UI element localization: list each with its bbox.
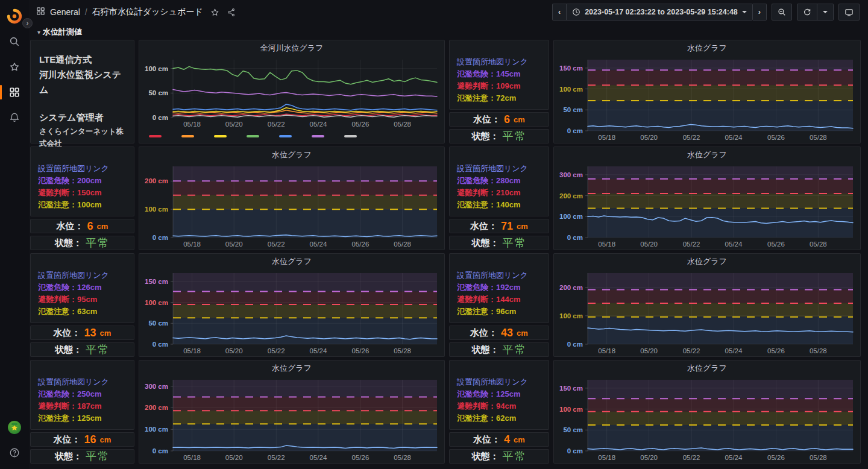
share-icon[interactable] xyxy=(227,8,236,17)
svg-text:100 cm: 100 cm xyxy=(145,426,168,433)
station-column: 設置箇所地図リンク氾濫危険：145cm避難判断：109cm氾濫注意：72cm水位… xyxy=(449,40,549,143)
svg-text:05/22: 05/22 xyxy=(683,347,700,354)
info-line: さくらインターネット株式会社 xyxy=(39,125,125,150)
panel-title[interactable]: 水位グラフ xyxy=(554,147,860,163)
svg-text:05/28: 05/28 xyxy=(394,241,411,248)
chart-canvas[interactable]: 0 cm50 cm100 cm150 cm05/1805/2005/2205/2… xyxy=(554,376,860,463)
chart-canvas[interactable]: 0 cm100 cm200 cm05/1805/2005/2205/2405/2… xyxy=(554,269,860,356)
station-column: 設置箇所地図リンク氾濫危険：192cm避難判断：144cm氾濫注意：96cm水位… xyxy=(449,253,549,357)
chart-canvas[interactable]: 0 cm100 cm200 cm300 cm05/1805/2005/2205/… xyxy=(554,163,860,250)
water-level-value: 43 xyxy=(501,327,513,339)
grafana-logo[interactable] xyxy=(5,7,24,26)
starred-icon[interactable] xyxy=(5,57,24,77)
station-column: 設置箇所地図リンク氾濫危険：250cm避難判断：187cm氾濫注意：125cm水… xyxy=(30,360,134,464)
help-icon[interactable] xyxy=(5,443,24,462)
panel-title[interactable]: 水位グラフ xyxy=(139,147,444,163)
map-link[interactable]: 設置箇所地図リンク xyxy=(457,56,541,68)
map-link[interactable]: 設置箇所地図リンク xyxy=(38,163,127,175)
panel-title[interactable]: 水位グラフ xyxy=(554,40,860,56)
water-level-stat: 水位：71cm xyxy=(449,219,549,233)
nav-controls: ‹ 2023-05-17 02:23:22 to 2023-05-29 15:2… xyxy=(552,4,860,20)
refresh-button[interactable] xyxy=(797,4,817,20)
svg-text:05/24: 05/24 xyxy=(725,241,743,248)
svg-text:50 cm: 50 cm xyxy=(148,319,168,327)
water-level-value: 13 xyxy=(84,327,96,339)
svg-text:05/20: 05/20 xyxy=(640,241,658,248)
water-level-value: 4 xyxy=(504,433,510,446)
status-value: 平常 xyxy=(86,449,110,464)
evacuation-threshold-text: 避難判断：144cm xyxy=(457,294,541,306)
alerting-bell-icon[interactable] xyxy=(5,108,24,127)
legend-swatch[interactable] xyxy=(181,135,194,137)
thresholds-panel: 設置箇所地図リンク氾濫危険：250cm避難判断：187cm氾濫注意：125cm xyxy=(30,360,134,430)
panel-title[interactable]: 水位グラフ xyxy=(554,254,860,269)
top-navbar: General / 石狩市水位計ダッシュボード ‹ 2023-05-17 02:… xyxy=(29,0,868,24)
search-icon[interactable] xyxy=(5,32,24,51)
water-level-unit: cm xyxy=(100,329,112,338)
svg-text:05/22: 05/22 xyxy=(268,121,285,128)
time-forward-button[interactable]: › xyxy=(753,4,767,20)
svg-text:05/28: 05/28 xyxy=(810,454,827,461)
chart-canvas[interactable]: 0 cm50 cm100 cm05/1805/2005/2205/2405/26… xyxy=(139,56,444,130)
svg-text:05/26: 05/26 xyxy=(352,454,370,461)
svg-text:05/26: 05/26 xyxy=(352,121,370,128)
svg-text:05/28: 05/28 xyxy=(810,241,827,248)
refresh-interval-dropdown[interactable] xyxy=(817,4,834,20)
svg-text:05/18: 05/18 xyxy=(598,347,615,354)
status-label: 状態： xyxy=(472,131,499,142)
evacuation-threshold-text: 避難判断：94cm xyxy=(457,400,541,412)
status-value: 平常 xyxy=(503,449,527,464)
chart-canvas[interactable]: 0 cm50 cm100 cm150 cm05/1805/2005/2205/2… xyxy=(139,269,444,356)
sidebar-expand-button[interactable]: › xyxy=(22,18,33,28)
dashboard-row-toggle[interactable]: ▾ 水位計測値 xyxy=(29,24,868,40)
chart-canvas[interactable]: 0 cm100 cm200 cm300 cm05/1805/2005/2205/… xyxy=(139,376,444,463)
user-avatar[interactable] xyxy=(5,418,24,437)
svg-text:200 cm: 200 cm xyxy=(559,192,583,200)
time-back-button[interactable]: ‹ xyxy=(552,4,567,20)
status-stat: 状態：平常 xyxy=(449,449,549,464)
map-link[interactable]: 設置箇所地図リンク xyxy=(457,269,541,282)
star-dashboard-icon[interactable] xyxy=(210,8,219,17)
map-link[interactable]: 設置箇所地図リンク xyxy=(38,269,127,282)
svg-text:05/24: 05/24 xyxy=(725,347,743,354)
legend-swatch[interactable] xyxy=(247,135,259,137)
thresholds-panel: 設置箇所地図リンク氾濫危険：145cm避難判断：109cm氾濫注意：72cm xyxy=(449,40,549,110)
panel-title[interactable]: 水位グラフ xyxy=(554,360,860,376)
zoom-out-button[interactable] xyxy=(772,4,792,20)
legend-swatch[interactable] xyxy=(214,135,227,137)
panel-title[interactable]: 水位グラフ xyxy=(139,360,444,376)
breadcrumb: General / 石狩市水位計ダッシュボード xyxy=(36,7,236,17)
time-range-picker[interactable]: 2023-05-17 02:23:22 to 2023-05-29 15:24:… xyxy=(567,4,753,20)
svg-text:150 cm: 150 cm xyxy=(559,65,583,72)
panel-title[interactable]: 全河川水位グラフ xyxy=(139,40,444,56)
thresholds-panel: 設置箇所地図リンク氾濫危険：192cm避難判断：144cm氾濫注意：96cm xyxy=(449,253,549,323)
svg-text:0 cm: 0 cm xyxy=(153,447,168,455)
sidebar xyxy=(0,0,29,469)
map-link[interactable]: 設置箇所地図リンク xyxy=(457,376,541,388)
status-label: 状態： xyxy=(55,344,82,356)
water-level-label: 水位： xyxy=(470,327,497,339)
thresholds-panel: 設置箇所地図リンク氾濫危険：125cm避難判断：94cm氾濫注意：62cm xyxy=(449,360,549,430)
water-level-chart-panel: 水位グラフ0 cm50 cm100 cm150 cm05/1805/2005/2… xyxy=(553,40,861,143)
caution-threshold-text: 氾濫注意：140cm xyxy=(457,199,541,211)
svg-text:05/20: 05/20 xyxy=(640,454,658,461)
map-link[interactable]: 設置箇所地図リンク xyxy=(457,163,541,175)
svg-text:05/20: 05/20 xyxy=(225,347,243,354)
breadcrumb-section[interactable]: General xyxy=(50,7,80,17)
legend-swatch[interactable] xyxy=(279,135,292,137)
danger-threshold-text: 氾濫危険：250cm xyxy=(38,388,127,400)
legend-swatch[interactable] xyxy=(149,135,162,137)
kiosk-mode-button[interactable] xyxy=(838,4,860,20)
panel-title[interactable]: 水位グラフ xyxy=(139,254,444,269)
dashboards-icon[interactable] xyxy=(5,83,24,102)
status-stat: 状態：平常 xyxy=(30,236,134,250)
chart-canvas[interactable]: 0 cm100 cm200 cm05/1805/2005/2205/2405/2… xyxy=(139,163,444,250)
legend-swatch[interactable] xyxy=(344,135,357,137)
svg-text:05/28: 05/28 xyxy=(394,121,411,128)
svg-text:05/26: 05/26 xyxy=(767,134,785,141)
chart-canvas[interactable]: 0 cm50 cm100 cm150 cm05/1805/2005/2205/2… xyxy=(554,56,860,143)
thresholds-panel: 設置箇所地図リンク氾濫危険：200cm避難判断：150cm氾濫注意：100cm xyxy=(30,146,134,216)
legend-swatch[interactable] xyxy=(312,135,324,137)
map-link[interactable]: 設置箇所地図リンク xyxy=(38,376,127,388)
svg-text:05/22: 05/22 xyxy=(268,454,285,461)
